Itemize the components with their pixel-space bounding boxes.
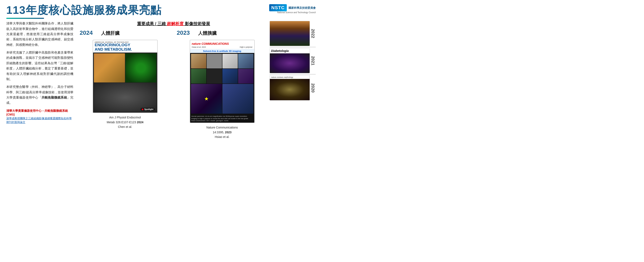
nc-cell-f bbox=[207, 69, 222, 84]
highlight-text: 超解析度 bbox=[167, 21, 184, 26]
liver-img-top-left bbox=[94, 53, 125, 82]
endo-title: ENDOCRINOLOGY AND METABOLISM. bbox=[95, 43, 156, 52]
paper-block-2024: 2024 人體肝臟 AMERICAN JOURNAL OF PHYSIOLOGY… bbox=[80, 29, 170, 129]
sidebar-year-2022: 2022 bbox=[310, 21, 316, 46]
nstc-name-en: National Science and Technology Council bbox=[277, 11, 316, 14]
journal-cover-2023: nature COMMUNICATIONS Hsiao et al. 2023 … bbox=[190, 40, 255, 123]
nstc-name-zh: 國家科學及技術委員會 bbox=[288, 6, 316, 10]
page-title: 113年度核心設施服務成果亮點 bbox=[6, 4, 162, 16]
journal-header-2024: AMERICAN JOURNAL OF PHYSIOLOGY ENDOCRINO… bbox=[93, 40, 157, 53]
organ-2024: 人體肝臟 bbox=[101, 30, 120, 36]
section-subtitle: 重要成果 / 三維 超解析度 影像技術發展 bbox=[80, 21, 268, 27]
paper-year-row-2024: 2024 人體肝臟 bbox=[80, 29, 170, 38]
citation-2023: Nature Communications 14:3395, 2023 Hsia… bbox=[206, 125, 238, 139]
papers-row: 2024 人體肝臟 AMERICAN JOURNAL OF PHYSIOLOGY… bbox=[80, 29, 268, 139]
nature-comm-info: Hsiao et al. 2023 High-n polymer bbox=[192, 46, 252, 48]
year-2023: 2023 bbox=[177, 29, 190, 36]
page-wrapper: 113年度核心設施服務成果亮點 NSTC 國家科學及技術委員會 National… bbox=[0, 0, 322, 143]
header-row: 113年度核心設施服務成果亮點 NSTC 國家科學及技術委員會 National… bbox=[6, 4, 316, 16]
nc-cell-d bbox=[238, 54, 254, 68]
footer-red-link[interactable]: 清華大學貴重儀器使用中心－共軛焦顯微鏡系統(CMS) bbox=[6, 109, 73, 116]
paragraph-3: 本研究整合醫學（外科、神經學）、高分子材料科學、與三維/超高分辨率成像技術，並使… bbox=[6, 84, 73, 106]
sidebar-covers-2020: nature reviews nephrology bbox=[270, 75, 310, 101]
spotlight-badge: Spotlight bbox=[140, 108, 154, 111]
nature-comm-logo: nature COMMUNICATIONS bbox=[192, 42, 229, 45]
cover-diab-body bbox=[270, 53, 310, 73]
citation-2024: Am J Physiol Endocrinol Metab 326:E107-E… bbox=[107, 115, 144, 129]
spotlight-dot bbox=[142, 109, 144, 110]
footer-blue-link[interactable]: 湯學成教授團隊之三維組織影像連續獲選國際知名科學期刊封面與論文 bbox=[6, 117, 73, 124]
organ-2023: 人體胰臟 bbox=[198, 30, 216, 36]
nature-comm-header: nature COMMUNICATIONS Hsiao et al. 2023 … bbox=[190, 40, 254, 49]
cover-nephro-2020: nature reviews nephrology bbox=[270, 75, 310, 101]
nc-cell-b bbox=[207, 54, 222, 68]
liver-img-top-right bbox=[125, 53, 156, 82]
sidebar-block-2021: Diabetologia 2021 bbox=[270, 48, 316, 73]
nc-cell-h bbox=[238, 69, 254, 84]
main-content: 清華大學與臺大醫院外科團隊合作，將人類肝臟嵌入高折射率聚合物中，進行組織透明化和… bbox=[6, 21, 316, 139]
year-2024: 2024 bbox=[80, 29, 93, 36]
nature-comm-grid: ★ bbox=[190, 53, 254, 115]
right-sidebar: 2022 Diabetologia 2021 nature revie bbox=[270, 21, 316, 101]
divider-bar bbox=[6, 18, 44, 19]
nc-star: ★ bbox=[204, 96, 209, 102]
cover-nephro-header: nature reviews nephrology bbox=[270, 76, 310, 79]
paper-block-2023: 2023 人體胰臟 nature COMMUNICATIONS Hsiao et… bbox=[177, 29, 268, 139]
cover-diab-2021: Diabetologia bbox=[270, 48, 310, 73]
cms-bold: 共軛焦顯微鏡系統 bbox=[42, 96, 67, 99]
separator-2021-2020 bbox=[270, 74, 316, 75]
paper-year-row-2023: 2023 人體胰臟 bbox=[177, 29, 268, 38]
nstc-badge: NSTC bbox=[269, 4, 287, 11]
nstc-logo: NSTC 國家科學及技術委員會 National Science and Tec… bbox=[269, 4, 316, 14]
cover-nephro-body bbox=[270, 79, 310, 100]
sidebar-covers-2021: Diabetologia bbox=[270, 48, 310, 73]
liver-img-bottom: Spotlight bbox=[94, 83, 156, 112]
cover-diab-header: Diabetologia bbox=[270, 48, 310, 53]
center-column: 重要成果 / 三維 超解析度 影像技術發展 2024 人體肝臟 AMERICAN… bbox=[78, 21, 270, 139]
paragraph-2: 本研究克服了人體肝臟中高脂肪和色素含量帶來的成像挑戰，並揭示了交感神經可能對脂肪… bbox=[6, 50, 73, 82]
cover-endo-2022 bbox=[270, 21, 310, 46]
solvent-free-banner: Solvent-free & antifade 3D imaging bbox=[190, 49, 254, 53]
nc-cell-i bbox=[222, 84, 254, 114]
sidebar-year-2021: 2021 bbox=[310, 48, 316, 73]
nc-cell-g bbox=[222, 69, 238, 84]
nc-cell-big: ★ bbox=[191, 84, 222, 114]
sidebar-block-2020: nature reviews nephrology 2020 bbox=[270, 75, 316, 101]
nc-cell-e bbox=[191, 69, 206, 84]
nc-cell-c bbox=[222, 54, 238, 68]
sidebar-year-2020: 2020 bbox=[310, 75, 316, 101]
left-column: 清華大學與臺大醫院外科團隊合作，將人類肝臟嵌入高折射率聚合物中，進行組織透明化和… bbox=[6, 21, 78, 124]
journal-images-2024: Spotlight bbox=[93, 53, 157, 113]
nc-caption: Human pancreas: cm-to-um magnification v… bbox=[190, 115, 254, 123]
sidebar-block-2022: 2022 bbox=[270, 21, 316, 46]
paragraph-1: 清華大學與臺大醫院外科團隊合作，將人類肝臟嵌入高折射率聚合物中，進行組織透明化和… bbox=[6, 21, 73, 47]
sidebar-covers-2022 bbox=[270, 21, 310, 46]
nc-cell-a bbox=[191, 54, 206, 68]
separator-2022-2021 bbox=[270, 47, 316, 47]
journal-cover-2024: AMERICAN JOURNAL OF PHYSIOLOGY ENDOCRINO… bbox=[93, 40, 158, 113]
spotlight-text: Spotlight bbox=[144, 108, 153, 111]
